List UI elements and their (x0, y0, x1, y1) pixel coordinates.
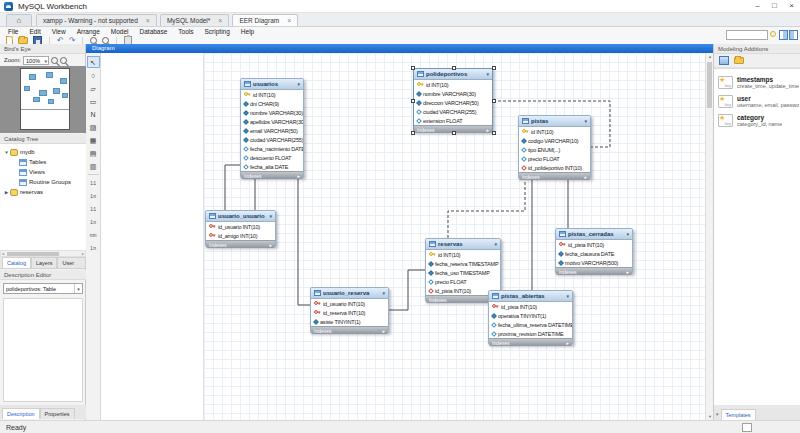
er-column-email[interactable]: email VARCHAR(50) (241, 126, 303, 135)
diagram-canvas[interactable]: usuarios▾id INT(10)dni CHAR(9)nombre VAR… (101, 53, 705, 420)
er-column-proxima-revision[interactable]: proxima_revision DATETIME (489, 329, 572, 338)
er-column-id[interactable]: id INT(10) (426, 250, 500, 259)
birds-eye-zoom-out-icon[interactable] (60, 57, 67, 64)
addition-user[interactable]: ★keyuserusername, email, passwor... (714, 92, 800, 111)
tool-routine-group[interactable]: ▥ (87, 160, 100, 172)
er-table-pistas[interactable]: pistas▾id INT(10)codigo VARCHAR(10)tipo … (518, 115, 591, 179)
er-table-indexes-footer[interactable]: Indexes▸ (241, 171, 303, 179)
open-model-icon[interactable] (18, 37, 28, 44)
chevron-down-icon[interactable]: ▾ (269, 213, 272, 219)
tree-item-routine-groups[interactable]: Routine Groups (0, 177, 86, 187)
er-column-motivo[interactable]: motivo VARCHAR(500) (556, 258, 632, 267)
er-column-direccion[interactable]: direccion VARCHAR(50) (414, 98, 492, 107)
er-column-dni[interactable]: dni CHAR(9) (241, 99, 303, 108)
er-column-ciudad[interactable]: ciudad VARCHAR(255) (414, 107, 492, 116)
tool-eraser[interactable]: ▱ (87, 82, 100, 94)
tab-close-icon[interactable]: × (287, 17, 291, 24)
tab-mysql-model-[interactable]: MySQL Model*× (160, 14, 230, 26)
chevron-down-icon[interactable]: ▾ (584, 118, 587, 124)
er-column-id-usuario[interactable]: id_usuario INT(10) (206, 222, 275, 231)
menu-tools[interactable]: Tools (178, 28, 193, 35)
menu-help[interactable]: Help (241, 28, 254, 35)
scrollbar-thumb[interactable] (707, 62, 712, 108)
er-column-extension[interactable]: extension FLOAT (414, 116, 492, 125)
birds-eye-minimap[interactable] (0, 66, 86, 133)
statusbar-grid-icon[interactable] (742, 423, 752, 432)
tree-expand-icon[interactable]: ▶ (3, 190, 10, 195)
close-button[interactable]: × (783, 0, 800, 12)
minimize-button[interactable]: – (749, 0, 766, 12)
er-column-fecha-clausura[interactable]: fecha_clausura DATE (556, 249, 632, 258)
tree-item-mydb[interactable]: ▼mydb (0, 147, 86, 157)
tool-image[interactable]: ▨ (87, 121, 100, 133)
chevron-down-icon[interactable]: ▾ (566, 293, 569, 299)
er-column-id-pista[interactable]: id_pista INT(10) (556, 240, 632, 249)
selection-handle[interactable] (411, 99, 415, 103)
er-column-ciudad[interactable]: ciudad VARCHAR(255) (241, 135, 303, 144)
tool-rel-1-1-non-identifying[interactable]: 1:1 (87, 177, 100, 189)
selection-handle[interactable] (492, 99, 496, 103)
er-column-codigo[interactable]: codigo VARCHAR(10) (519, 136, 590, 145)
tree-item-views[interactable]: Views (0, 167, 86, 177)
menu-arrange[interactable]: Arrange (77, 28, 100, 35)
er-column-fecha-nacimiento[interactable]: fecha_nacimiento DATE (241, 144, 303, 153)
tab-eer-diagram[interactable]: EER Diagram× (232, 14, 298, 26)
search-input[interactable] (726, 30, 768, 40)
er-table-header[interactable]: pistas▾ (519, 116, 590, 127)
tab-close-icon[interactable]: × (218, 17, 222, 24)
tool-layer[interactable]: ▭ (87, 95, 100, 107)
tab-templates[interactable]: Templates (721, 409, 756, 420)
chevron-down-icon[interactable]: ▾ (494, 241, 497, 247)
scrollbar-thumb[interactable] (7, 252, 59, 256)
tree-item-reservas[interactable]: ▶reservas (0, 187, 86, 197)
er-column-id-usuario[interactable]: id_usuario INT(10) (311, 299, 388, 308)
menu-edit[interactable]: Edit (29, 28, 40, 35)
er-table-pistas-cerradas[interactable]: pistas_cerradas▾id_pista INT(10)fecha_cl… (555, 228, 633, 274)
tab-close-icon[interactable]: × (146, 17, 150, 24)
diagram-tab-bar[interactable]: Diagram (86, 44, 713, 53)
er-column-nombre[interactable]: nombre VARCHAR(30) (414, 89, 492, 98)
chevron-down-icon[interactable]: ▾ (382, 290, 385, 296)
tool-rel-1-1-identifying[interactable]: 1:1 (87, 203, 100, 215)
tool-cursor[interactable]: ↖ (87, 56, 100, 68)
er-column-precio[interactable]: precio FLOAT (519, 154, 590, 163)
er-table-indexes-footer[interactable]: Indexes▸ (311, 326, 388, 334)
birds-eye-zoom-in-icon[interactable] (51, 57, 58, 64)
chevron-down-icon[interactable]: ▾ (486, 71, 489, 77)
er-column-id[interactable]: id INT(10) (241, 90, 303, 99)
tool-table[interactable]: ▦ (87, 134, 100, 146)
er-table-usuario-reserva[interactable]: usuario_reserva▾id_usuario INT(10)id_res… (310, 287, 389, 333)
er-column-fecha-alta[interactable]: fecha_alta DATE (241, 162, 303, 171)
tab-xampp-warning-not-supported[interactable]: xampp - Warning - not supported× (36, 14, 157, 26)
er-column-id-reserva[interactable]: id_reserva INT(10) (311, 308, 388, 317)
catalog-horizontal-scrollbar[interactable]: ◂ ▸ (0, 250, 86, 257)
tool-rel-1-n-existing[interactable]: 1:n (87, 242, 100, 254)
er-column-operativa[interactable]: operativa TINYINT(1) (489, 311, 572, 320)
er-table-header[interactable]: usuarios▾ (241, 79, 303, 90)
open-additions-folder-icon[interactable] (734, 57, 744, 64)
er-table-polideportivos[interactable]: polideportivos▾id INT(10)nombre VARCHAR(… (413, 68, 493, 132)
tool-hand[interactable]: ○ (87, 69, 100, 81)
addition-timestamps[interactable]: ★keytimestampscreate_time, update_time (714, 73, 800, 92)
add-addition-icon[interactable] (719, 56, 729, 65)
er-table-header[interactable]: pistas_cerradas▾ (556, 229, 632, 240)
er-column-precio[interactable]: precio FLOAT (426, 277, 500, 286)
chevron-down-icon[interactable]: ▾ (626, 231, 629, 237)
er-table-indexes-footer[interactable]: Indexes▸ (519, 172, 590, 180)
menu-database[interactable]: Database (140, 28, 168, 35)
toggle-right-sidebar-button[interactable] (779, 30, 788, 40)
er-table-usuarios[interactable]: usuarios▾id INT(10)dni CHAR(9)nombre VAR… (240, 78, 304, 178)
zoom-in-icon[interactable] (102, 37, 109, 44)
zoom-out-icon[interactable] (90, 37, 97, 44)
tab-layers[interactable]: Layers (31, 257, 58, 268)
er-column-tipo[interactable]: tipo ENUM(...) (519, 145, 590, 154)
tab-description[interactable]: Description (2, 408, 40, 419)
addition-category[interactable]: ★keycategorycategory_id, name (714, 111, 800, 130)
er-table-indexes-footer[interactable]: Indexes▸ (206, 240, 275, 248)
er-table-header[interactable]: pistas_abiertas▾ (489, 291, 572, 302)
home-tab[interactable]: ⌂ (6, 14, 32, 26)
er-table-indexes-footer[interactable]: Indexes▸ (556, 267, 632, 275)
menu-view[interactable]: View (52, 28, 66, 35)
maximize-button[interactable]: □ (766, 0, 783, 12)
toggle-left-sidebar-button[interactable] (789, 30, 798, 40)
